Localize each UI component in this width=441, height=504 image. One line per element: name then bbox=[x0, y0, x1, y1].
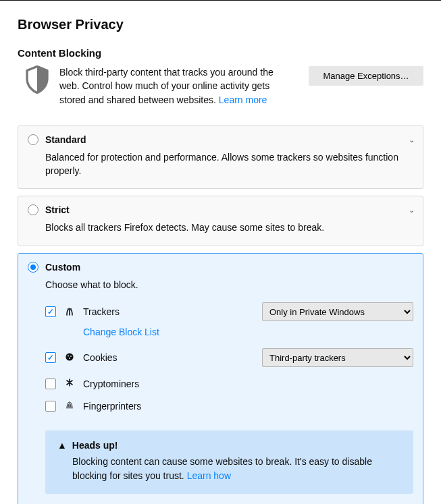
manage-exceptions-button[interactable]: Manage Exceptions… bbox=[309, 66, 423, 86]
checkbox-trackers[interactable] bbox=[45, 306, 56, 317]
radio-strict[interactable] bbox=[28, 204, 38, 215]
radio-standard[interactable] bbox=[28, 134, 38, 145]
option-strict[interactable]: Strict ⌄ Blocks all trackers Firefox det… bbox=[18, 196, 423, 246]
custom-title: Custom bbox=[45, 262, 80, 273]
fingerprinters-label: Fingerprinters bbox=[83, 401, 164, 412]
standard-desc: Balanced for protection and performance.… bbox=[45, 150, 413, 178]
strict-desc: Blocks all trackers Firefox detects. May… bbox=[45, 221, 413, 234]
svg-point-1 bbox=[70, 308, 72, 309]
cryptominers-label: Cryptominers bbox=[83, 379, 164, 389]
checkbox-cryptominers[interactable] bbox=[45, 379, 56, 389]
change-block-list-link[interactable]: Change Block List bbox=[83, 327, 413, 337]
shield-icon bbox=[24, 65, 50, 94]
notice-title: Heads up! bbox=[72, 440, 118, 451]
learn-more-link[interactable]: Learn more bbox=[219, 94, 267, 105]
radio-custom[interactable] bbox=[28, 262, 38, 273]
custom-desc: Choose what to block. bbox=[45, 278, 413, 291]
trackers-select[interactable]: Only in Private WindowsIn all windows bbox=[262, 302, 413, 321]
chevron-down-icon[interactable]: ⌄ bbox=[409, 136, 415, 144]
svg-point-0 bbox=[68, 308, 69, 309]
checkbox-fingerprinters[interactable] bbox=[45, 401, 56, 412]
standard-title: Standard bbox=[45, 134, 86, 145]
fingerprinters-icon bbox=[64, 400, 75, 412]
trackers-label: Trackers bbox=[83, 306, 164, 317]
cookies-label: Cookies bbox=[83, 352, 164, 363]
learn-how-link[interactable]: Learn how bbox=[187, 470, 231, 481]
intro-paragraph: Block third-party content that tracks yo… bbox=[59, 65, 299, 107]
page-title: Browser Privacy bbox=[18, 17, 423, 32]
svg-point-5 bbox=[69, 358, 70, 359]
cookies-select[interactable]: Third-party trackersAll third-party cook… bbox=[262, 348, 413, 367]
option-standard[interactable]: Standard ⌄ Balanced for protection and p… bbox=[18, 125, 423, 190]
trackers-icon bbox=[64, 306, 75, 318]
svg-point-3 bbox=[68, 355, 69, 356]
checkbox-cookies[interactable] bbox=[45, 352, 56, 363]
notice-panel: ▲ Heads up! Blocking content can cause s… bbox=[45, 430, 413, 494]
svg-point-2 bbox=[66, 353, 73, 360]
section-heading: Content Blocking bbox=[18, 47, 423, 59]
option-custom[interactable]: Custom Choose what to block. Trackers On… bbox=[18, 253, 423, 504]
cryptominers-icon bbox=[64, 378, 75, 389]
svg-point-4 bbox=[70, 356, 72, 357]
warning-icon: ▲ bbox=[57, 440, 67, 451]
strict-title: Strict bbox=[45, 204, 70, 215]
cookies-icon bbox=[64, 352, 75, 364]
chevron-down-icon[interactable]: ⌄ bbox=[409, 206, 415, 215]
